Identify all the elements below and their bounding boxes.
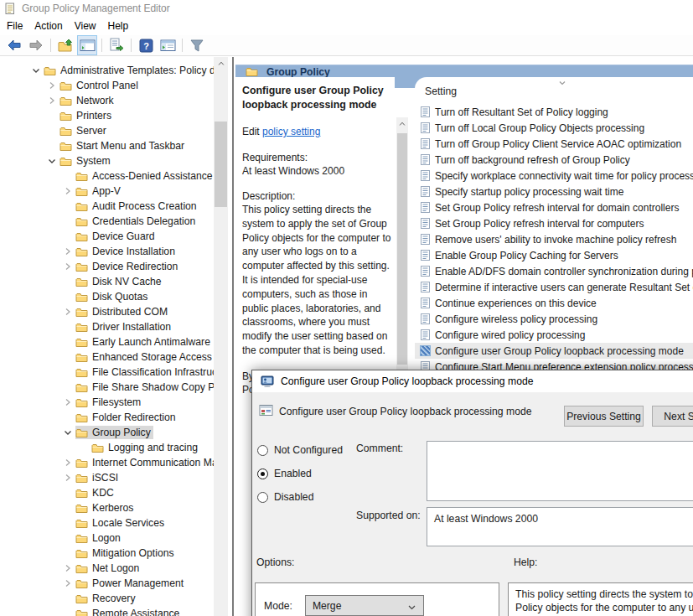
forward-button[interactable] — [26, 35, 46, 55]
tree-scrollbar-thumb[interactable] — [215, 122, 227, 207]
tree-item[interactable]: Logging and tracing — [0, 440, 214, 455]
chevron-collapsed-icon[interactable] — [62, 472, 74, 484]
tree-item[interactable]: Network — [0, 93, 214, 108]
chevron-collapsed-icon[interactable] — [62, 185, 74, 197]
column-header-setting[interactable]: Setting — [425, 85, 457, 97]
list-item[interactable]: Enable Group Policy Caching for Servers — [415, 247, 693, 263]
tree-item[interactable]: Enhanced Storage Access — [0, 349, 214, 365]
up-one-level-button[interactable] — [55, 35, 75, 55]
list-item[interactable]: Specify workplace connectivity wait time… — [415, 168, 693, 184]
menu-view[interactable]: View — [75, 20, 96, 32]
scroll-up-icon[interactable] — [214, 57, 228, 70]
tree-item[interactable]: Mitigation Options — [0, 546, 214, 561]
tree-item-body[interactable]: Power Management — [75, 577, 186, 590]
list-item[interactable]: Set Group Policy refresh interval for do… — [415, 199, 693, 215]
list-item[interactable]: Turn off Resultant Set of Policy logging — [415, 104, 693, 120]
tree-item-body[interactable]: Distributed COM — [75, 305, 170, 318]
tree-item-body[interactable]: Device Installation — [75, 245, 178, 258]
tree-item-body[interactable]: Enhanced Storage Access — [75, 350, 214, 364]
chevron-collapsed-icon[interactable] — [62, 246, 74, 257]
tree-item-body[interactable]: Early Launch Antimalware — [75, 335, 213, 349]
tree-item-body[interactable]: iSCSI — [75, 471, 121, 484]
tree-item-body[interactable]: File Classification Infrastructu — [75, 365, 214, 379]
tree-item[interactable]: Disk Quotas — [0, 289, 214, 304]
tree-item[interactable]: File Classification Infrastructu — [0, 365, 214, 380]
tree-item-body[interactable]: Filesystem — [75, 396, 143, 409]
tree-item-body[interactable]: Server — [59, 124, 109, 137]
tree-item[interactable]: Logon — [0, 531, 214, 546]
chevron-collapsed-icon[interactable] — [62, 396, 74, 408]
help-button[interactable]: ? — [136, 35, 156, 55]
chevron-collapsed-icon[interactable] — [62, 457, 74, 468]
tree-item[interactable]: App-V — [0, 184, 214, 199]
tree-item[interactable]: Kerberos — [0, 500, 214, 515]
tree-item-body[interactable]: Control Panel — [59, 79, 141, 92]
filter-button[interactable] — [187, 35, 207, 55]
tree-item-body[interactable]: Group Policy — [75, 426, 153, 439]
tree-item-body[interactable]: Network — [59, 94, 116, 107]
chevron-collapsed-icon[interactable] — [46, 80, 58, 91]
radio-checked-icon[interactable] — [257, 468, 268, 479]
menu-file[interactable]: File — [7, 20, 23, 32]
tree-item-body[interactable]: Disk NV Cache — [75, 275, 164, 288]
next-setting-button[interactable]: Next Setting — [652, 406, 693, 427]
tree-item[interactable]: Power Management — [0, 576, 214, 591]
tree-item-body[interactable]: Audit Process Creation — [75, 199, 199, 213]
tree-item-body[interactable]: System — [59, 154, 113, 168]
tree-item-body[interactable]: Credentials Delegation — [75, 215, 198, 228]
list-item[interactable]: Set Group Policy refresh interval for co… — [415, 215, 693, 231]
tree-item-body[interactable]: Driver Installation — [75, 320, 173, 334]
tree-item[interactable]: Start Menu and Taskbar — [0, 138, 214, 153]
tree-item-body[interactable]: Folder Redirection — [75, 411, 178, 424]
tree-item-body[interactable]: Administrative Templates: Policy d — [44, 64, 214, 77]
tree-item[interactable]: Disk NV Cache — [0, 274, 214, 289]
tree-item-body[interactable]: Disk Quotas — [75, 290, 150, 303]
export-list-button[interactable] — [106, 35, 127, 55]
tree-item[interactable]: Credentials Delegation — [0, 214, 214, 229]
radio-disabled[interactable]: Disabled — [257, 491, 313, 503]
dialog-title-bar[interactable]: Configure user Group Policy loopback pro… — [252, 370, 693, 392]
list-item[interactable]: Remove users' ability to invoke machine … — [415, 231, 693, 247]
tree-item[interactable]: Access-Denied Assistance — [0, 168, 214, 184]
comment-input[interactable] — [427, 441, 693, 501]
list-item[interactable]: Turn off Local Group Policy Objects proc… — [415, 120, 693, 136]
tree-item[interactable]: Remote Assistance — [0, 606, 214, 616]
tree-item-body[interactable]: Recovery — [75, 592, 137, 605]
tree-item-body[interactable]: Kerberos — [75, 501, 136, 515]
tree-item[interactable]: Folder Redirection — [0, 410, 214, 425]
tree-item[interactable]: Internet Communication Ma — [0, 455, 214, 470]
tree-item-body[interactable]: Mitigation Options — [75, 546, 177, 560]
tree-item[interactable]: Early Launch Antimalware — [0, 334, 214, 349]
chevron-collapsed-icon[interactable] — [62, 261, 74, 272]
chevron-collapsed-icon[interactable] — [62, 306, 74, 318]
tree-item-body[interactable]: Remote Assistance — [75, 607, 182, 616]
column-sort-icon[interactable] — [557, 78, 567, 90]
chevron-expanded-icon[interactable] — [62, 427, 74, 438]
chevron-expanded-icon[interactable] — [46, 155, 58, 167]
tree-item[interactable]: Driver Installation — [0, 319, 214, 334]
list-item[interactable]: Configure wireless policy processing — [415, 311, 693, 327]
tree-item[interactable]: Device Guard — [0, 229, 214, 244]
list-item[interactable]: Specify startup policy processing wait t… — [415, 184, 693, 199]
tree-item[interactable]: Locale Services — [0, 515, 214, 531]
tree-item[interactable]: Filesystem — [0, 395, 214, 410]
list-item[interactable]: Turn off background refresh of Group Pol… — [415, 152, 693, 168]
tree-item-body[interactable]: Start Menu and Taskbar — [59, 139, 187, 153]
description-scrollbar-thumb[interactable] — [397, 133, 407, 365]
chevron-collapsed-icon[interactable] — [62, 562, 74, 574]
tree-item[interactable]: Group Policy — [0, 425, 214, 440]
list-item[interactable]: Configure user Group Policy loopback pro… — [415, 343, 693, 359]
tree-item-body[interactable]: Device Redirection — [75, 260, 180, 273]
list-item[interactable]: Configure wired policy processing — [415, 327, 693, 343]
tree-item[interactable]: Net Logon — [0, 561, 214, 576]
tree-item-body[interactable]: Access-Denied Assistance — [75, 169, 214, 183]
tree-item-body[interactable]: Internet Communication Ma — [75, 456, 214, 469]
pane-divider[interactable] — [232, 57, 234, 616]
tree-item[interactable]: Audit Process Creation — [0, 199, 214, 214]
tree-item[interactable]: Server — [0, 123, 214, 138]
list-item[interactable]: Continue experiences on this device — [415, 295, 693, 311]
mode-dropdown[interactable]: Merge — [305, 595, 424, 616]
tree-item[interactable]: System — [0, 153, 214, 168]
radio-enabled[interactable]: Enabled — [257, 468, 312, 479]
tree-item[interactable]: Device Redirection — [0, 259, 214, 274]
